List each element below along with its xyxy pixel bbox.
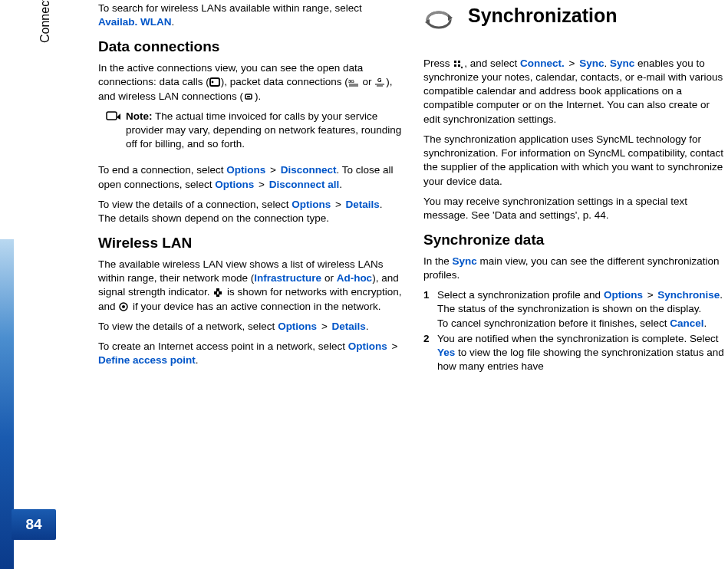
list-item: 2 You are notified when the synchronizat… [423, 332, 727, 374]
note-text: Note: The actual time invoiced for calls… [126, 110, 402, 152]
left-column: To search for wireless LANs available wi… [98, 0, 402, 569]
gprs-packet-icon: G [374, 77, 386, 87]
note-label: Note: [126, 110, 153, 122]
sync-link: Sync [610, 58, 634, 69]
disconnect-link: Disconnect [281, 164, 337, 176]
sync-steps-list: 1 Select a synchronization profile and O… [423, 288, 727, 373]
data-call-icon [209, 77, 221, 87]
svg-rect-9 [216, 288, 219, 291]
infrastructure-link: Infrastructure [254, 272, 321, 284]
sync-app-icon [423, 7, 454, 37]
note-icon [106, 111, 121, 126]
separator: > [643, 289, 657, 301]
disconnect-all-link: Disconnect all [269, 179, 340, 190]
step-text: You are notified when the synchronizatio… [437, 332, 727, 374]
text: To end a connection, select [98, 164, 226, 176]
synchronise-link: Synchronise [657, 289, 720, 301]
svg-point-20 [461, 67, 463, 68]
sync-link: Sync [579, 58, 604, 69]
svg-text:3G: 3G [348, 79, 354, 84]
active-connection-icon [118, 302, 130, 312]
sync-heading-row: Synchronization [423, 2, 727, 43]
text: . [172, 16, 175, 28]
text: The actual time invoiced for calls by yo… [126, 110, 401, 150]
text: To view the details of a network, select [98, 321, 278, 332]
svg-text:G: G [377, 77, 382, 83]
heading-data-connections: Data connections [98, 37, 402, 57]
separator: > [317, 321, 331, 332]
separator: > [387, 340, 400, 352]
step-number: 2 [423, 332, 437, 374]
sidebar: Connectivity 84 [0, 0, 72, 569]
search-wlan-text: To search for wireless LANs available wi… [98, 2, 402, 29]
content-area: To search for wireless LANs available wi… [98, 0, 727, 569]
options-link: Options [226, 164, 265, 176]
options-link: Options [348, 340, 387, 352]
text: . [604, 58, 611, 69]
svg-rect-8 [219, 291, 222, 294]
step-text: Select a synchronization profile and Opt… [437, 288, 727, 331]
text: if your device has an active connection … [130, 301, 380, 312]
text: ), packet data connections ( [221, 76, 348, 87]
text: To view the details of a connection, sel… [98, 199, 292, 210]
page-number: 84 [12, 509, 56, 540]
options-link: Options [292, 199, 331, 210]
svg-rect-6 [107, 112, 117, 120]
wlan-connection-icon [243, 92, 255, 102]
text: or [321, 272, 337, 284]
separator: > [265, 164, 280, 176]
text: ). [255, 90, 261, 102]
sync-intro-text: In the Sync main view, you can see the d… [423, 255, 727, 282]
syncml-text: The synchronization application uses Syn… [423, 133, 727, 189]
menu-key-icon [453, 59, 464, 69]
heading-wireless-lan: Wireless LAN [98, 233, 402, 253]
svg-rect-19 [458, 64, 460, 67]
text: . [366, 321, 369, 332]
text: , and select [464, 58, 520, 69]
text: Press [423, 58, 453, 69]
text: to view the log file showing the synchro… [437, 347, 724, 372]
view-details-text: To view the details of a connection, sel… [98, 198, 402, 225]
special-message-text: You may receive synchronization settings… [423, 195, 727, 222]
end-connection-text: To end a connection, select Options > Di… [98, 163, 402, 191]
ad-hoc-link: Ad-hoc [337, 272, 373, 284]
text: . [196, 354, 199, 366]
encryption-icon [212, 288, 224, 298]
wlan-details-text: To view the details of a network, select… [98, 320, 402, 334]
text: To cancel synchronization before it fini… [437, 317, 670, 329]
list-item: 1 Select a synchronization profile and O… [423, 288, 727, 331]
separator: > [331, 199, 345, 210]
availab-wlan-link: Availab. WLAN [98, 16, 172, 28]
details-link: Details [332, 321, 366, 332]
options-link: Options [215, 179, 254, 190]
yes-link: Yes [437, 347, 455, 358]
svg-rect-7 [214, 291, 217, 294]
right-column: Synchronization Press , and select Conne… [423, 0, 727, 569]
define-access-point-link: Define access point [98, 354, 196, 366]
text: or [360, 76, 375, 87]
svg-rect-18 [454, 64, 456, 67]
text: To create an Internet access point in a … [98, 340, 348, 352]
sync-link: Sync [453, 255, 477, 267]
svg-rect-10 [216, 294, 219, 297]
heading-synchronization: Synchronization [468, 3, 617, 29]
text: Select a synchronization profile and [437, 289, 604, 301]
3g-packet-icon: 3G [348, 77, 360, 87]
text: In the [423, 255, 453, 267]
data-connections-paragraph: In the active connections view, you can … [98, 61, 402, 104]
options-link: Options [278, 321, 317, 332]
separator: > [565, 58, 579, 69]
note-block: Note: The actual time invoiced for calls… [106, 110, 402, 158]
svg-rect-16 [454, 61, 456, 63]
separator: > [254, 179, 268, 190]
svg-rect-17 [458, 61, 460, 63]
connect-link: Connect. [520, 58, 565, 69]
svg-rect-5 [247, 96, 250, 97]
svg-point-12 [122, 305, 125, 308]
wlan-create-ap-text: To create an Internet access point in a … [98, 340, 402, 367]
text: . [339, 179, 342, 190]
svg-point-1 [211, 81, 213, 84]
cancel-link: Cancel [670, 317, 703, 329]
step-number: 1 [423, 288, 437, 331]
text: . [703, 317, 707, 329]
